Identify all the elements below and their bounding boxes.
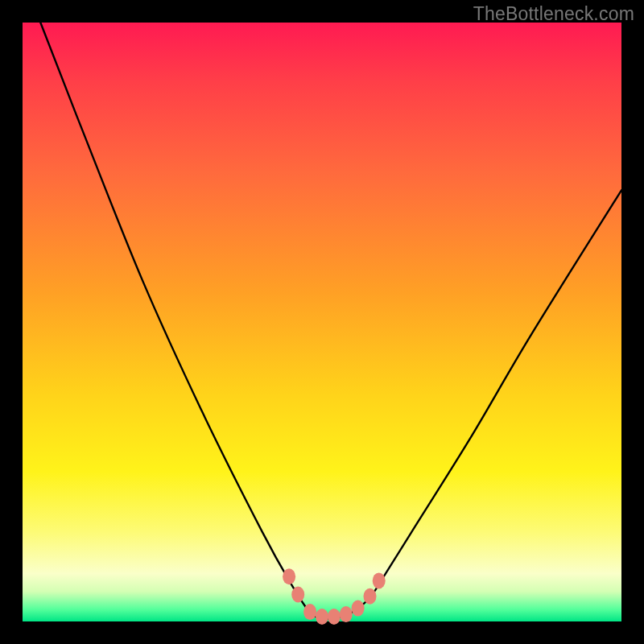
bottleneck-curve (40, 23, 621, 619)
bead-marker (291, 587, 304, 603)
curve-layer (23, 23, 621, 621)
bead-marker (352, 601, 365, 617)
bead-marker (316, 609, 328, 625)
bead-marker (373, 572, 386, 588)
plot-area (23, 23, 621, 621)
chart-frame: TheBottleneck.com (0, 0, 644, 644)
bead-marker (328, 609, 341, 625)
bead-marker (303, 604, 316, 620)
bead-marker (283, 568, 295, 584)
highlight-beads (283, 568, 386, 625)
bead-marker (364, 588, 377, 605)
watermark-text: TheBottleneck.com (473, 3, 634, 25)
bead-marker (340, 606, 353, 622)
